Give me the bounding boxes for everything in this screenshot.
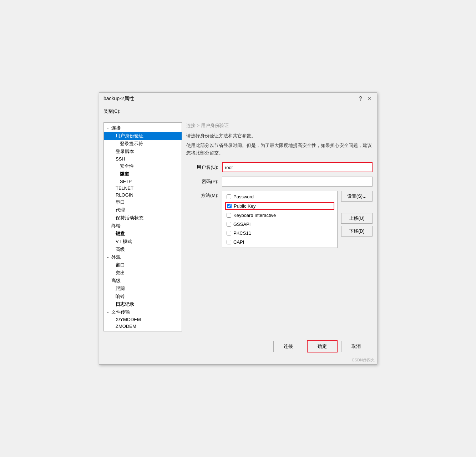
tree-item-baochi-huodong[interactable]: 保持活动状态 bbox=[104, 214, 182, 222]
method-keyboard-interactive[interactable]: Keyboard Interactive bbox=[225, 212, 334, 219]
tree-label-zmodem: ZMODEM bbox=[116, 324, 136, 329]
checkbox-password[interactable] bbox=[227, 194, 231, 199]
close-button[interactable]: × bbox=[366, 96, 373, 102]
username-label: 用户名(U): bbox=[186, 164, 218, 171]
tree-item-suidao[interactable]: 隧道 bbox=[104, 170, 182, 178]
tree-label-vt-moshi: VT 模式 bbox=[116, 238, 132, 245]
help-button[interactable]: ? bbox=[358, 96, 364, 102]
method-label-public-key: Public Key bbox=[234, 203, 255, 209]
method-label-password: Password bbox=[233, 194, 254, 199]
move-down-button[interactable]: 下移(D) bbox=[341, 226, 373, 237]
password-input[interactable] bbox=[222, 177, 373, 187]
form-area: 用户名(U): 密码(P): 方法(M): PasswordPublic Key… bbox=[186, 162, 373, 248]
tree-label-wenjian-chuanshu: 文件传输 bbox=[111, 309, 130, 315]
checkbox-keyboard-interactive[interactable] bbox=[227, 213, 231, 218]
tree-item-telnet[interactable]: TELNET bbox=[104, 185, 182, 192]
method-label-capi: CAPI bbox=[233, 239, 244, 245]
tree-item-vt-moshi[interactable]: VT 模式 bbox=[104, 238, 182, 245]
checkbox-capi[interactable] bbox=[227, 240, 231, 244]
tree-item-xymodem[interactable]: X/YMODEM bbox=[104, 316, 182, 323]
username-row: 用户名(U): bbox=[186, 162, 373, 172]
tree-panel: −连接用户身份验证登录提示符登录脚本−SSH安全性隧道SFTPTELNETRLO… bbox=[103, 122, 182, 331]
tree-item-chuankou[interactable]: 串口 bbox=[104, 198, 182, 206]
dialog-footer: 连接 确定 取消 bbox=[99, 336, 377, 357]
tree-label-daili: 代理 bbox=[116, 207, 125, 213]
watermark: CSDN@四火 bbox=[99, 357, 377, 364]
tree-item-tuchu[interactable]: 突出 bbox=[104, 269, 182, 277]
tree-item-genzong[interactable]: 跟踪 bbox=[104, 285, 182, 293]
tree-item-jianpan[interactable]: 键盘 bbox=[104, 230, 182, 238]
connect-button[interactable]: 连接 bbox=[273, 341, 303, 352]
method-box: PasswordPublic KeyKeyboard InteractiveGS… bbox=[222, 191, 338, 248]
tree-item-gaoji[interactable]: −高级 bbox=[104, 277, 182, 285]
tree-label-xymodem: X/YMODEM bbox=[116, 317, 141, 322]
dialog-title: backup-2属性 bbox=[103, 96, 134, 102]
tree-item-xiangling[interactable]: 响铃 bbox=[104, 293, 182, 300]
tree-item-lian-jie[interactable]: −连接 bbox=[104, 124, 182, 132]
desc1: 请选择身份验证方法和其它参数。 bbox=[186, 132, 373, 140]
method-label-keyboard-interactive: Keyboard Interactive bbox=[233, 213, 276, 218]
method-pkcs11[interactable]: PKCS11 bbox=[225, 230, 334, 237]
tree-label-genzong: 跟踪 bbox=[116, 285, 125, 292]
tree-item-rizhi-jilu[interactable]: 日志记录 bbox=[104, 300, 182, 308]
tree-label-yonghu-shenfen: 用户身份验证 bbox=[116, 133, 143, 139]
tree-label-jianpan: 键盘 bbox=[116, 230, 125, 237]
tree-label-gaoji: 高级 bbox=[111, 278, 121, 284]
desc2: 使用此部分以节省登录时间。但是，为了最大限度地提高安全性，如果担心安全问题，建议… bbox=[186, 142, 373, 157]
category-label: 类别(C): bbox=[103, 108, 373, 116]
tree-item-sftp[interactable]: SFTP bbox=[104, 178, 182, 185]
checkbox-public-key[interactable] bbox=[227, 204, 232, 208]
tree-item-anquanxing[interactable]: 安全性 bbox=[104, 162, 182, 170]
tree-label-waiguan: 外观 bbox=[111, 254, 121, 260]
dialog-body: −连接用户身份验证登录提示符登录脚本−SSH安全性隧道SFTPTELNETRLO… bbox=[99, 118, 377, 336]
title-bar: backup-2属性 ? × bbox=[99, 93, 377, 105]
method-public-key[interactable]: Public Key bbox=[225, 202, 334, 210]
setup-button[interactable]: 设置(S)... bbox=[341, 191, 373, 202]
tree-label-sftp: SFTP bbox=[120, 179, 132, 184]
method-capi[interactable]: CAPI bbox=[225, 239, 334, 245]
tree-label-zhongduan: 终端 bbox=[111, 223, 121, 229]
tree-label-rizhi-jilu: 日志记录 bbox=[116, 301, 134, 308]
tree-label-chuangkou: 窗口 bbox=[116, 262, 125, 268]
tree-label-lian-jie: 连接 bbox=[111, 125, 121, 131]
method-label-gssapi: GSSAPI bbox=[233, 222, 250, 227]
method-row: 方法(M): PasswordPublic KeyKeyboard Intera… bbox=[186, 191, 373, 248]
title-bar-controls: ? × bbox=[358, 96, 373, 102]
tree-label-xiangling: 响铃 bbox=[116, 293, 125, 300]
tree-item-gaoji-zhongduan[interactable]: 高级 bbox=[104, 245, 182, 253]
checkbox-pkcs11[interactable] bbox=[227, 231, 231, 235]
tree-item-chuangkou[interactable]: 窗口 bbox=[104, 261, 182, 269]
tree-label-denglu-jiaoben: 登录脚本 bbox=[116, 148, 134, 155]
cancel-button[interactable]: 取消 bbox=[341, 341, 371, 352]
ok-button[interactable]: 确定 bbox=[307, 340, 338, 352]
tree-item-zhongduan[interactable]: −终端 bbox=[104, 222, 182, 230]
tree-item-denglu-jiaoben[interactable]: 登录脚本 bbox=[104, 148, 182, 156]
tree-label-telnet: TELNET bbox=[116, 186, 133, 191]
tree-label-chuankou: 串口 bbox=[116, 199, 125, 205]
tree-item-wenjian-chuanshu[interactable]: −文件传输 bbox=[104, 308, 182, 316]
username-input[interactable] bbox=[222, 162, 373, 172]
tree-item-ssh[interactable]: −SSH bbox=[104, 156, 182, 162]
method-gssapi[interactable]: GSSAPI bbox=[225, 221, 334, 228]
tree-item-yonghu-shenfen[interactable]: 用户身份验证 bbox=[104, 132, 182, 140]
tree-label-suidao: 隧道 bbox=[120, 171, 129, 177]
tree-label-anquanxing: 安全性 bbox=[120, 163, 134, 169]
tree-label-rlogin: RLOGIN bbox=[116, 192, 133, 198]
password-row: 密码(P): bbox=[186, 177, 373, 187]
tree-label-baochi-huodong: 保持活动状态 bbox=[116, 215, 143, 221]
tree-label-tuchu: 突出 bbox=[116, 270, 125, 276]
method-label-pkcs11: PKCS11 bbox=[233, 230, 251, 236]
tree-item-daili[interactable]: 代理 bbox=[104, 206, 182, 214]
tree-label-gaoji-zhongduan: 高级 bbox=[116, 246, 125, 253]
content-panel: 连接 > 用户身份验证 请选择身份验证方法和其它参数。 使用此部分以节省登录时间… bbox=[186, 122, 373, 331]
method-buttons: 设置(S)... 上移(U) 下移(D) bbox=[341, 191, 373, 237]
tree-item-zmodem[interactable]: ZMODEM bbox=[104, 323, 182, 330]
breadcrumb: 连接 > 用户身份验证 bbox=[186, 122, 373, 129]
method-password[interactable]: Password bbox=[225, 193, 334, 200]
tree-item-rlogin[interactable]: RLOGIN bbox=[104, 192, 182, 198]
move-up-button[interactable]: 上移(U) bbox=[341, 213, 373, 224]
checkbox-gssapi[interactable] bbox=[227, 222, 231, 227]
tree-item-waiguan[interactable]: −外观 bbox=[104, 253, 182, 261]
tree-label-ssh: SSH bbox=[116, 156, 125, 162]
tree-item-denglu-tishi[interactable]: 登录提示符 bbox=[104, 140, 182, 148]
